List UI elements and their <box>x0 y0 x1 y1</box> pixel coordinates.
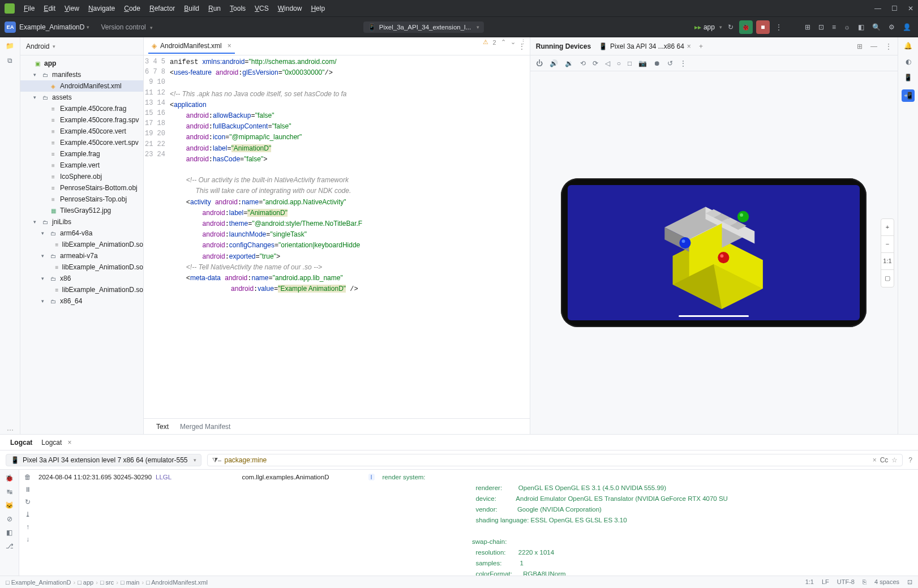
tree-item[interactable]: ≡PenroseStairs-Top.obj <box>20 194 143 205</box>
tool-icon-5[interactable]: ◧ <box>856 23 866 31</box>
help-icon[interactable]: ? <box>908 456 912 464</box>
tree-item[interactable]: ≡libExample_AnimationD.so <box>20 284 143 295</box>
close-tab-icon[interactable]: × <box>228 42 231 50</box>
more-icon[interactable]: ⋮ <box>885 42 892 50</box>
subtab-merged[interactable]: Merged Manifest <box>174 423 236 431</box>
device-explorer-icon[interactable]: 📱 <box>904 74 912 81</box>
tree-item[interactable]: ≡PenroseStairs-Bottom.obj <box>20 182 143 194</box>
tree-item[interactable]: ≡Example.450core.frag.spv <box>20 114 143 126</box>
more-icon[interactable]: ⋯ <box>7 426 14 434</box>
scroll-end-icon[interactable]: ⤓ <box>25 510 31 518</box>
clear-icon[interactable]: × <box>873 456 877 464</box>
vol-up-icon[interactable]: 🔊 <box>550 59 558 67</box>
tree-item[interactable]: ◈AndroidManifest.xml <box>20 80 143 92</box>
svc-icon[interactable]: ⧉ <box>7 57 12 65</box>
tree-item[interactable]: ≡Example.frag <box>20 148 143 160</box>
device-selector[interactable]: 📱 Pixel_3a_API_34_extension_l... ▾ <box>363 22 484 33</box>
add-device-icon[interactable]: + <box>699 42 703 50</box>
zoom-in-icon[interactable]: + <box>881 219 894 236</box>
menu-navigate[interactable]: Navigate <box>88 5 115 12</box>
menu-vcs[interactable]: VCS <box>255 5 269 12</box>
zoom-reset[interactable]: 1:1 <box>881 253 894 270</box>
tree-item[interactable]: ▾🗀x86 <box>20 273 143 284</box>
star-icon[interactable]: ☆ <box>891 456 898 464</box>
minimize-icon[interactable]: — <box>874 5 881 12</box>
menu-run[interactable]: Run <box>208 5 221 12</box>
split-icon[interactable]: ◧ <box>6 529 12 537</box>
debug-button[interactable]: 🐞 <box>739 20 753 34</box>
settings-icon[interactable]: ⚙ <box>886 23 897 31</box>
device-instance-tab[interactable]: 📱 Pixel 3a API 34 ...x86 64 × <box>599 42 691 50</box>
logcat-instance-tab[interactable]: Logcat× <box>37 439 76 447</box>
rotate-r-icon[interactable]: ⟳ <box>593 59 598 67</box>
tree-item[interactable]: ▾🗀x86_64 <box>20 295 143 307</box>
menu-edit[interactable]: Edit <box>44 5 55 12</box>
menu-file[interactable]: File <box>24 5 35 12</box>
tool-icon-2[interactable]: ⊡ <box>816 23 826 31</box>
editor-tab-manifest[interactable]: ◈ AndroidManifest.xml × <box>148 38 235 54</box>
restart-icon[interactable]: ↻ <box>25 498 31 506</box>
tool-icon-4[interactable]: ☼ <box>842 23 852 31</box>
tree-view-selector[interactable]: Android▾ <box>20 37 143 55</box>
pause-icon[interactable]: ⏸ <box>24 486 31 493</box>
menu-build[interactable]: Build <box>184 5 199 12</box>
zoom-fit-icon[interactable]: ▢ <box>881 270 894 287</box>
next-icon[interactable]: ↓ <box>26 535 29 543</box>
encoding[interactable]: UTF-8 <box>837 578 855 586</box>
sync-icon[interactable]: ↻ <box>726 23 736 31</box>
menu-refactor[interactable]: Refactor <box>149 5 175 12</box>
close-icon[interactable]: × <box>67 439 71 447</box>
tree-item[interactable]: ≡Example.450core.vert.spv <box>20 137 143 148</box>
more-icon[interactable]: ⋮ <box>680 59 687 67</box>
chevron-down-icon[interactable]: ▾ <box>87 24 89 30</box>
window-icon[interactable]: ⊞ <box>857 42 863 50</box>
overview-icon[interactable]: □ <box>628 59 632 67</box>
power-icon[interactable]: ⏻ <box>536 59 543 67</box>
editor-body[interactable]: 3 4 5 6 7 8 9 10 11 12 13 14 15 16 17 18… <box>144 55 530 418</box>
tree-item[interactable]: ≡Example.450core.vert <box>20 126 143 137</box>
notifications-icon[interactable]: 🔔 <box>904 42 912 50</box>
line-sep[interactable]: LF <box>822 578 829 586</box>
version-control[interactable]: Version control ▾ <box>101 23 153 31</box>
menu-help[interactable]: Help <box>311 5 325 12</box>
project-name[interactable]: Example_AnimationD <box>19 23 84 31</box>
stop-button[interactable]: ■ <box>756 20 770 34</box>
rotate-l-icon[interactable]: ⟲ <box>580 59 586 67</box>
run-config-selector[interactable]: ▸▸app▾ <box>694 23 722 31</box>
case-toggle[interactable]: Cc <box>880 456 889 464</box>
logcat-tool-tab[interactable]: Logcat <box>6 439 37 447</box>
back-icon[interactable]: ◁ <box>605 59 610 67</box>
tree-item[interactable]: ▾🗀arm64-v8a <box>20 228 143 239</box>
screenshot-icon[interactable]: 📷 <box>638 59 647 67</box>
tree-item[interactable]: ▾🗀jniLibs <box>20 216 143 228</box>
prev-icon[interactable]: ↑ <box>26 523 29 531</box>
folder-icon[interactable]: 📁 <box>6 42 14 50</box>
tree-item[interactable]: ▾🗀manifests <box>20 69 143 80</box>
project-tree[interactable]: ▣app▾🗀manifests◈AndroidManifest.xml▾🗀ass… <box>20 55 143 434</box>
trash-icon[interactable]: 🗑 <box>24 473 31 481</box>
tree-item[interactable]: ▦TilesGray512.jpg <box>20 205 143 216</box>
logcat-device-combo[interactable]: 📱 Pixel 3a API 34 extension level 7 x86 … <box>6 454 201 466</box>
tree-item[interactable]: ≡IcoSphere.obj <box>20 171 143 182</box>
menu-view[interactable]: View <box>65 5 79 12</box>
cat-icon[interactable]: 🐱 <box>5 501 14 509</box>
tree-item[interactable]: ≡Example.vert <box>20 160 143 171</box>
wrap-icon[interactable]: ↹ <box>7 488 12 496</box>
breadcrumb[interactable]: □ Example_AnimationD›□ app›□ src›□ main›… <box>6 579 208 586</box>
gradle-icon[interactable]: ◐ <box>906 58 911 66</box>
more-icon[interactable]: ⋮ <box>773 23 784 31</box>
profile-icon[interactable]: 👤 <box>900 23 913 31</box>
status-icon[interactable]: ⊡ <box>907 578 912 586</box>
vol-down-icon[interactable]: 🔉 <box>565 59 573 67</box>
close-icon[interactable]: ✕ <box>908 5 913 12</box>
read-only-icon[interactable]: ⎘ <box>863 578 866 586</box>
tree-item[interactable]: ▾🗀assets <box>20 92 143 103</box>
minimize-icon[interactable]: — <box>870 42 877 50</box>
subtab-text[interactable]: Text <box>151 423 174 431</box>
tree-item[interactable]: ≡libExample_AnimationD.so <box>20 239 143 250</box>
eye-icon[interactable]: ⊘ <box>7 515 12 523</box>
running-devices-icon[interactable]: 📲 <box>902 89 915 102</box>
tree-item[interactable]: ≡libExample_AnimationD.so <box>20 261 143 273</box>
tree-root[interactable]: ▣app <box>20 58 143 69</box>
home-icon[interactable]: ○ <box>617 59 621 67</box>
